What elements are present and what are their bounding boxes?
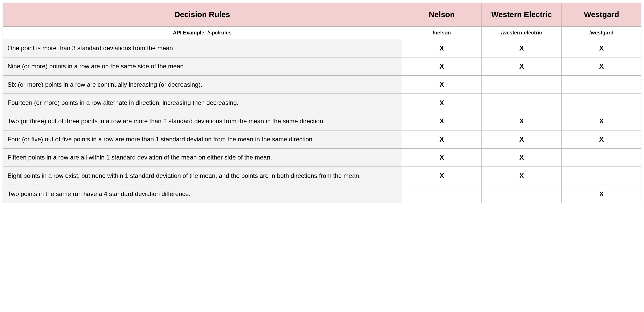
mark-nelson: X (402, 112, 482, 130)
mark-nelson: X (402, 57, 482, 75)
table-row: Nine (or more) points in a row are on th… (3, 57, 641, 75)
api-path-western-electric: /western-electric (482, 26, 562, 39)
mark-westgard (562, 167, 642, 185)
mark-nelson: X (402, 167, 482, 185)
mark-western (482, 94, 562, 112)
mark-western: X (482, 57, 562, 75)
rule-description: Two (or three) out of three points in a … (3, 112, 402, 130)
header-western-electric: Western Electric (482, 3, 562, 26)
rule-description: Fourteen (or more) points in a row alter… (3, 94, 402, 112)
mark-western (482, 76, 562, 94)
mark-western: X (482, 148, 562, 166)
table-row: One point is more than 3 standard deviat… (3, 39, 641, 57)
mark-western: X (482, 112, 562, 130)
api-path-westgard: /westgard (562, 26, 642, 39)
decision-rules-table: Decision Rules Nelson Western Electric W… (3, 3, 641, 203)
mark-western: X (482, 130, 562, 148)
mark-nelson: X (402, 148, 482, 166)
rule-description: One point is more than 3 standard deviat… (3, 39, 402, 57)
mark-westgard (562, 76, 642, 94)
mark-nelson: X (402, 39, 482, 57)
rule-description: Six (or more) points in a row are contin… (3, 76, 402, 94)
header-westgard: Westgard (562, 3, 642, 26)
mark-nelson: X (402, 130, 482, 148)
table-row: Two points in the same run have a 4 stan… (3, 185, 641, 203)
mark-westgard: X (562, 130, 642, 148)
api-path-nelson: /nelson (402, 26, 482, 39)
mark-nelson (402, 185, 482, 203)
rule-description: Nine (or more) points in a row are on th… (3, 57, 402, 75)
api-row: API Example: /spc/rules /nelson /western… (3, 26, 641, 39)
mark-westgard: X (562, 57, 642, 75)
mark-nelson: X (402, 76, 482, 94)
mark-westgard: X (562, 185, 642, 203)
header-decision-rules: Decision Rules (3, 3, 402, 26)
mark-westgard (562, 148, 642, 166)
mark-westgard: X (562, 39, 642, 57)
table-row: Two (or three) out of three points in a … (3, 112, 641, 130)
table-row: Four (or five) out of five points in a r… (3, 130, 641, 148)
rule-description: Two points in the same run have a 4 stan… (3, 185, 402, 203)
mark-westgard (562, 94, 642, 112)
table-row: Six (or more) points in a row are contin… (3, 76, 641, 94)
rule-description: Four (or five) out of five points in a r… (3, 130, 402, 148)
table-row: Eight points in a row exist, but none wi… (3, 167, 641, 185)
rule-description: Eight points in a row exist, but none wi… (3, 167, 402, 185)
mark-nelson: X (402, 94, 482, 112)
mark-western: X (482, 39, 562, 57)
table-row: Fourteen (or more) points in a row alter… (3, 94, 641, 112)
mark-westgard: X (562, 112, 642, 130)
api-example-label: API Example: /spc/rules (3, 26, 402, 39)
mark-western: X (482, 167, 562, 185)
mark-western (482, 185, 562, 203)
header-nelson: Nelson (402, 3, 482, 26)
header-row: Decision Rules Nelson Western Electric W… (3, 3, 641, 26)
rule-description: Fifteen points in a row are all within 1… (3, 148, 402, 166)
table-row: Fifteen points in a row are all within 1… (3, 148, 641, 166)
